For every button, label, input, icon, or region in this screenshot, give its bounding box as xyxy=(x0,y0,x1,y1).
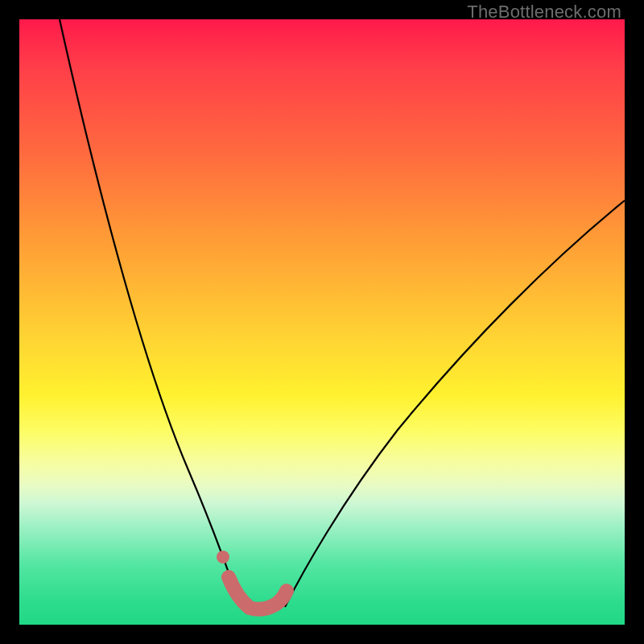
optimal-marker-dot xyxy=(217,551,229,564)
optimal-range-band xyxy=(229,577,287,609)
bottleneck-curve-left xyxy=(60,19,241,607)
watermark-text: TheBottleneck.com xyxy=(467,2,621,23)
chart-svg xyxy=(19,19,625,625)
bottleneck-curve-right xyxy=(285,200,625,607)
